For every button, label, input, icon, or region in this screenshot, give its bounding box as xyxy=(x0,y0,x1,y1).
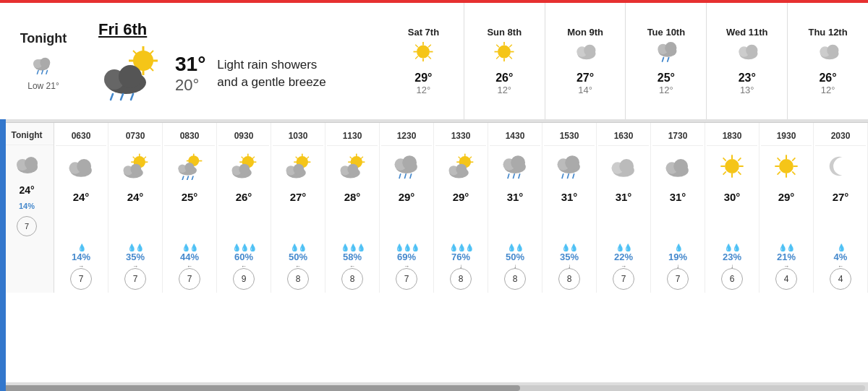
accent-bar xyxy=(0,119,6,391)
hourly-temp-0730: 24° xyxy=(127,186,144,207)
hourly-col-0630: 0630 24°💧14%7→ xyxy=(54,123,109,293)
hourly-col-1430: 1430 31°💧💧50%8↓ xyxy=(488,123,542,293)
hourly-time-1930: 1930 xyxy=(761,126,812,146)
hourly-icon-1230 xyxy=(391,146,422,186)
svg-point-98 xyxy=(293,163,304,174)
wind-circle-1030: 8← xyxy=(287,268,309,290)
svg-line-158 xyxy=(792,158,795,160)
svg-point-88 xyxy=(239,163,250,174)
rain-drops-icon: 💧💧 xyxy=(127,244,143,252)
today-low-temp: 20° xyxy=(175,76,205,95)
wind-circle-0930: 9← xyxy=(233,268,255,290)
hourly-rain-1230: 💧💧💧69% xyxy=(381,207,432,265)
day-icon-sat xyxy=(410,40,436,69)
hourly-rain-0930: 💧💧💧60% xyxy=(218,207,269,265)
svg-line-135 xyxy=(568,173,569,178)
day-icon-mon xyxy=(572,40,598,69)
hourly-icon-0830 xyxy=(174,146,205,186)
svg-line-134 xyxy=(562,173,563,178)
hourly-temp-1530: 31° xyxy=(561,186,578,207)
svg-point-49 xyxy=(746,45,757,56)
svg-point-30 xyxy=(498,46,511,59)
rain-percent-1130: 58% xyxy=(343,252,362,262)
svg-line-136 xyxy=(573,173,574,178)
wind-circle-0630: 7→ xyxy=(70,268,92,290)
svg-point-142 xyxy=(673,159,688,173)
hourly-icon-1730 xyxy=(663,146,693,186)
wind-circle-0730: 7→ xyxy=(124,268,146,290)
hourly-time-0630: 0630 xyxy=(56,126,106,146)
horizontal-scrollbar[interactable] xyxy=(0,382,868,391)
hourly-temp-1030: 27° xyxy=(290,186,307,207)
wind-circle-1330: 8↓ xyxy=(450,268,472,290)
hourly-time-0830: 0830 xyxy=(164,126,215,146)
hourly-col-1530: 1530 31°💧💧35%8↓ xyxy=(542,123,597,293)
svg-line-4 xyxy=(42,71,43,74)
hourly-col-0930: 0930 26°💧💧💧60%9← xyxy=(217,123,271,293)
svg-line-19 xyxy=(121,94,123,100)
svg-line-29 xyxy=(429,56,432,59)
hourly-col-2030: 203027°💧4%4← xyxy=(814,123,868,293)
svg-point-17 xyxy=(119,65,142,88)
svg-line-35 xyxy=(496,45,499,48)
tonight-low-label: Low 21° xyxy=(27,81,59,91)
hourly-rain-1330: 💧💧💧76% xyxy=(435,207,486,265)
day-high-sun: 26° xyxy=(495,72,513,85)
hourly-col-0830: 0830 25°💧💧44%7← xyxy=(163,123,217,293)
svg-point-75 xyxy=(184,163,194,172)
rain-percent-1430: 50% xyxy=(506,252,524,262)
rain-drops-icon: 💧💧 xyxy=(778,244,794,252)
svg-line-28 xyxy=(416,56,419,59)
wind-circle-1230: 7→ xyxy=(396,268,417,290)
svg-line-11 xyxy=(133,51,137,55)
hourly-rain-1930: 💧💧21% xyxy=(761,207,812,265)
day-card-wed: Wed 11th 23° 13° xyxy=(707,3,788,119)
hourly-col-1130: 1130 28°💧💧💧58%8← xyxy=(326,123,380,293)
rain-drops-icon: 💧💧 xyxy=(616,244,631,252)
svg-point-143 xyxy=(725,159,739,173)
svg-line-120 xyxy=(459,156,461,158)
svg-line-148 xyxy=(723,158,726,160)
svg-line-159 xyxy=(778,171,780,174)
scroll-thumb[interactable] xyxy=(3,385,520,391)
hourly-temp-1430: 31° xyxy=(507,186,524,207)
hourly-icon-1530 xyxy=(554,146,584,186)
svg-line-65 xyxy=(144,156,146,158)
svg-line-45 xyxy=(662,58,663,61)
scroll-track[interactable] xyxy=(3,385,865,391)
svg-line-26 xyxy=(416,45,419,48)
svg-line-76 xyxy=(182,176,184,180)
svg-line-149 xyxy=(738,158,741,160)
hourly-rain-1530: 💧💧35% xyxy=(544,207,595,265)
rain-percent-2030: 4% xyxy=(834,252,848,262)
rain-drops-icon: 💧💧💧 xyxy=(232,244,256,252)
day-low-sat: 12° xyxy=(417,85,431,95)
day-icon-thu xyxy=(815,40,841,69)
day-card-sat: Sat 7th 29° 12° xyxy=(383,3,464,119)
hourly-section[interactable]: Tonight 24° 14% 7 0630 24°💧14%7→0730 xyxy=(0,122,868,391)
rain-drops-icon: 💧💧💧 xyxy=(341,244,365,252)
svg-point-152 xyxy=(779,159,793,173)
day-low-sun: 12° xyxy=(497,85,511,95)
rain-drops-icon: 💧💧 xyxy=(290,244,306,252)
hourly-icon-1630 xyxy=(608,146,639,186)
day-card-sun: Sun 8th 26° 12° xyxy=(464,3,545,119)
rain-drops-icon: 💧💧 xyxy=(507,244,523,252)
hourly-icon-1430 xyxy=(500,146,530,186)
wind-circle-1930: 4→ xyxy=(775,268,797,290)
hourly-grid: Tonight 24° 14% 7 0630 24°💧14%7→0730 xyxy=(0,123,868,293)
hourly-col-1330: 1330 29°💧💧💧76%8↓ xyxy=(434,123,488,293)
day-high-thu: 26° xyxy=(819,72,836,85)
hourly-icon-1330 xyxy=(446,146,476,186)
day-icon-wed xyxy=(734,40,760,69)
rain-percent-1030: 50% xyxy=(289,252,307,262)
svg-point-133 xyxy=(565,155,579,170)
day-card-mon: Mon 9th 27° 14° xyxy=(545,3,626,119)
hourly-col-1230: 1230 29°💧💧💧69%7→ xyxy=(380,123,434,293)
day-name-thu: Thu 12th xyxy=(808,27,847,38)
hourly-time-1730: 1730 xyxy=(652,126,703,146)
svg-line-95 xyxy=(307,156,309,158)
hourly-rain-1030: 💧💧50% xyxy=(273,207,323,265)
hourly-icon-1130 xyxy=(337,146,367,186)
svg-line-130 xyxy=(519,173,520,178)
